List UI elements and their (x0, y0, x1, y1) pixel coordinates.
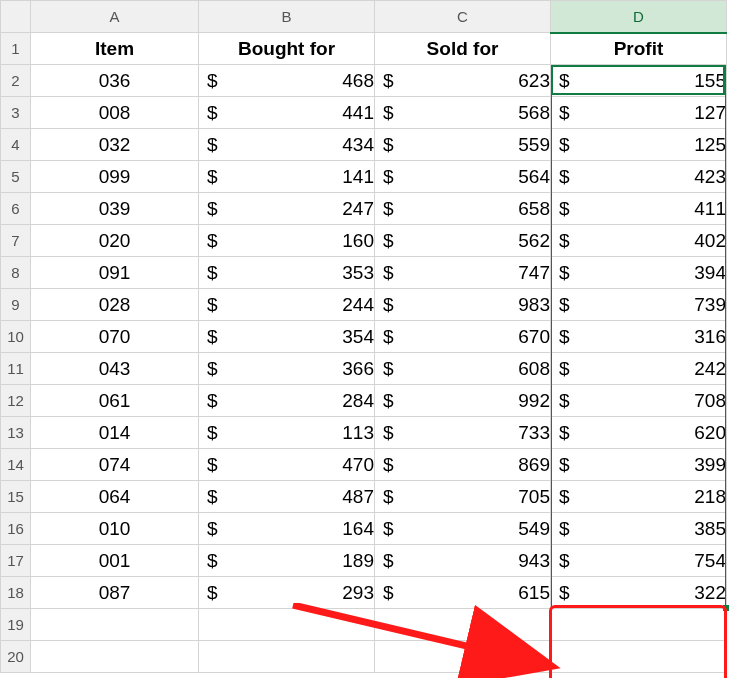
cell-sold[interactable]: $615 (375, 577, 551, 609)
row-header[interactable]: 6 (1, 193, 31, 225)
row-header[interactable]: 11 (1, 353, 31, 385)
cell-bought[interactable]: $244 (199, 289, 375, 321)
cell-profit[interactable]: $423 (551, 161, 727, 193)
cell-item[interactable]: 074 (31, 449, 199, 481)
cell-bought[interactable]: $366 (199, 353, 375, 385)
cell-sold[interactable]: $992 (375, 385, 551, 417)
cell-sold[interactable]: $943 (375, 545, 551, 577)
empty-cell[interactable] (375, 641, 551, 673)
cell-item[interactable]: 032 (31, 129, 199, 161)
cell-bought[interactable]: $353 (199, 257, 375, 289)
cell-profit[interactable]: $402 (551, 225, 727, 257)
cell-item[interactable]: 070 (31, 321, 199, 353)
cell-bought[interactable]: $293 (199, 577, 375, 609)
cell-item[interactable]: 091 (31, 257, 199, 289)
col-header-D[interactable]: D (551, 1, 727, 33)
cell-item[interactable]: 043 (31, 353, 199, 385)
col-header-B[interactable]: B (199, 1, 375, 33)
cell-profit[interactable]: $399 (551, 449, 727, 481)
cell-bought[interactable]: $470 (199, 449, 375, 481)
cell-sold[interactable]: $562 (375, 225, 551, 257)
row-header[interactable]: 19 (1, 609, 31, 641)
row-header[interactable]: 5 (1, 161, 31, 193)
empty-cell[interactable] (551, 641, 727, 673)
row-header[interactable]: 8 (1, 257, 31, 289)
cell-bought[interactable]: $247 (199, 193, 375, 225)
empty-cell[interactable] (199, 641, 375, 673)
cell-profit[interactable]: $125 (551, 129, 727, 161)
cell-sold[interactable]: $983 (375, 289, 551, 321)
cell-bought[interactable]: $160 (199, 225, 375, 257)
row-header[interactable]: 14 (1, 449, 31, 481)
cell-bought[interactable]: $487 (199, 481, 375, 513)
cell-profit[interactable]: $322 (551, 577, 727, 609)
cell-sold[interactable]: $608 (375, 353, 551, 385)
row-header[interactable]: 13 (1, 417, 31, 449)
empty-cell[interactable] (551, 609, 727, 641)
row-header[interactable]: 15 (1, 481, 31, 513)
cell-profit[interactable]: $155 (551, 65, 727, 97)
row-header[interactable]: 17 (1, 545, 31, 577)
col-header-C[interactable]: C (375, 1, 551, 33)
header-item[interactable]: Item (31, 33, 199, 65)
cell-sold[interactable]: $705 (375, 481, 551, 513)
cell-bought[interactable]: $468 (199, 65, 375, 97)
cell-bought[interactable]: $141 (199, 161, 375, 193)
row-header[interactable]: 2 (1, 65, 31, 97)
fill-handle[interactable] (723, 605, 729, 611)
cell-item[interactable]: 099 (31, 161, 199, 193)
empty-cell[interactable] (375, 609, 551, 641)
row-header[interactable]: 4 (1, 129, 31, 161)
cell-bought[interactable]: $113 (199, 417, 375, 449)
cell-bought[interactable]: $354 (199, 321, 375, 353)
row-header-1[interactable]: 1 (1, 33, 31, 65)
cell-profit[interactable]: $394 (551, 257, 727, 289)
cell-item[interactable]: 020 (31, 225, 199, 257)
row-header[interactable]: 9 (1, 289, 31, 321)
cell-profit[interactable]: $708 (551, 385, 727, 417)
cell-profit[interactable]: $739 (551, 289, 727, 321)
cell-sold[interactable]: $733 (375, 417, 551, 449)
cell-item[interactable]: 064 (31, 481, 199, 513)
empty-cell[interactable] (31, 609, 199, 641)
cell-item[interactable]: 039 (31, 193, 199, 225)
cell-sold[interactable]: $670 (375, 321, 551, 353)
cell-item[interactable]: 001 (31, 545, 199, 577)
cell-sold[interactable]: $564 (375, 161, 551, 193)
cell-bought[interactable]: $164 (199, 513, 375, 545)
spreadsheet-grid[interactable]: A B C D 1 Item Bought for Sold for Profi… (0, 0, 727, 673)
cell-item[interactable]: 014 (31, 417, 199, 449)
cell-sold[interactable]: $747 (375, 257, 551, 289)
cell-profit[interactable]: $620 (551, 417, 727, 449)
cell-bought[interactable]: $189 (199, 545, 375, 577)
col-header-A[interactable]: A (31, 1, 199, 33)
cell-sold[interactable]: $658 (375, 193, 551, 225)
cell-item[interactable]: 028 (31, 289, 199, 321)
cell-bought[interactable]: $284 (199, 385, 375, 417)
cell-profit[interactable]: $218 (551, 481, 727, 513)
cell-sold[interactable]: $549 (375, 513, 551, 545)
header-profit[interactable]: Profit (551, 33, 727, 65)
cell-item[interactable]: 008 (31, 97, 199, 129)
cell-sold[interactable]: $869 (375, 449, 551, 481)
row-header[interactable]: 10 (1, 321, 31, 353)
cell-profit[interactable]: $754 (551, 545, 727, 577)
cell-sold[interactable]: $623 (375, 65, 551, 97)
cell-profit[interactable]: $411 (551, 193, 727, 225)
empty-cell[interactable] (199, 609, 375, 641)
cell-sold[interactable]: $559 (375, 129, 551, 161)
row-header[interactable]: 20 (1, 641, 31, 673)
cell-profit[interactable]: $385 (551, 513, 727, 545)
cell-profit[interactable]: $316 (551, 321, 727, 353)
cell-item[interactable]: 087 (31, 577, 199, 609)
select-all-corner[interactable] (1, 1, 31, 33)
row-header[interactable]: 16 (1, 513, 31, 545)
cell-item[interactable]: 061 (31, 385, 199, 417)
cell-item[interactable]: 010 (31, 513, 199, 545)
cell-sold[interactable]: $568 (375, 97, 551, 129)
row-header[interactable]: 3 (1, 97, 31, 129)
cell-item[interactable]: 036 (31, 65, 199, 97)
cell-bought[interactable]: $441 (199, 97, 375, 129)
row-header[interactable]: 12 (1, 385, 31, 417)
cell-profit[interactable]: $127 (551, 97, 727, 129)
